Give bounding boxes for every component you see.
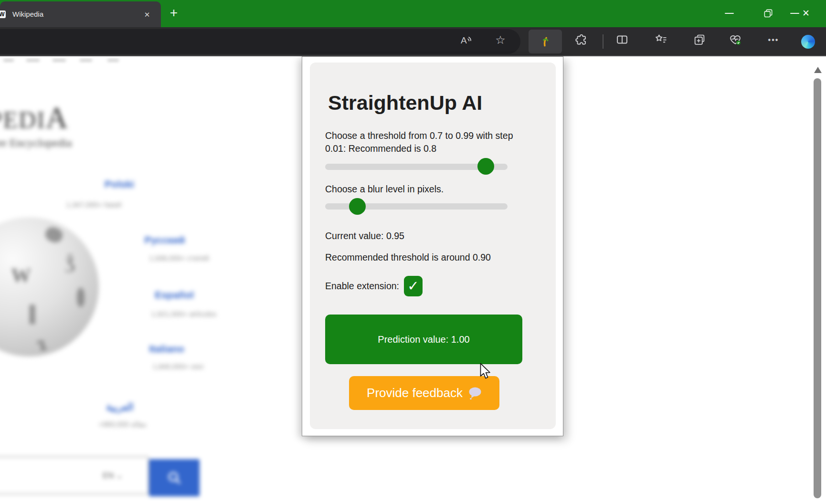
wikipedia-tagline: The Free Encyclopedia — [0, 136, 72, 149]
browser-toolbar: A ☆ ••• — [0, 27, 826, 56]
lang-link-russian[interactable]: Русский — [124, 234, 205, 246]
page-content: WIKIPEDIA The Free Encyclopedia W Ǯ ∥ ጌ … — [0, 56, 826, 504]
tab-close-icon[interactable]: ✕ — [141, 9, 153, 21]
collections-icon[interactable] — [693, 33, 707, 47]
chevron-down-icon: ⌄ — [116, 471, 123, 480]
blur-slider-thumb[interactable] — [349, 198, 366, 215]
blurred-text-fragment — [53, 59, 66, 62]
search-icon — [166, 470, 182, 486]
new-tab-button[interactable]: + — [167, 5, 181, 21]
split-screen-icon[interactable] — [615, 33, 630, 47]
blur-level-label: Choose a blur level in pixels. — [325, 183, 444, 196]
lang-count-italiano: 1,840,000+ voci — [130, 362, 226, 370]
straightenup-popup: StraightenUp AI Choose a threshold from … — [302, 56, 563, 436]
scrollbar-thumb[interactable] — [814, 78, 821, 498]
provide-feedback-button[interactable]: Provide feedback — [349, 376, 499, 410]
tab-title: Wikipedia — [12, 10, 43, 18]
favorites-icon[interactable] — [655, 33, 669, 47]
search-input[interactable] — [0, 456, 149, 494]
wikipedia-background: WIKIPEDIA The Free Encyclopedia W Ǯ ∥ ጌ … — [0, 56, 267, 504]
settings-menu-icon[interactable]: ••• — [766, 33, 781, 47]
current-value-text: Current value: 0.95 — [325, 230, 404, 242]
lang-link-arabic[interactable]: العربية — [79, 401, 160, 413]
window-minimize-button[interactable] — [725, 13, 734, 14]
lang-link-polski[interactable]: Polski — [79, 178, 160, 190]
threshold-slider-thumb[interactable] — [477, 158, 494, 175]
toolbar-divider — [603, 34, 604, 49]
search-language-selector[interactable]: EN ⌄ — [103, 471, 123, 481]
wikipedia-favicon-icon: W — [0, 10, 6, 18]
lang-link-italiano[interactable]: Italiano — [126, 343, 207, 355]
scrollbar-up-arrow[interactable] — [814, 67, 822, 73]
browser-essentials-icon[interactable] — [729, 33, 743, 47]
enable-extension-label: Enable extension: — [325, 280, 399, 293]
lang-link-espanol[interactable]: Español — [134, 289, 215, 301]
enable-extension-checkbox[interactable]: ✓ — [404, 276, 423, 296]
prediction-value-button[interactable]: Prediction value: 1.00 — [325, 315, 522, 364]
wikipedia-wordmark: WIKIPEDIA — [0, 100, 69, 136]
blurred-text-fragment — [3, 59, 14, 62]
lang-count-arabic: +960,000 مقالة — [75, 420, 170, 429]
checkmark-icon: ✓ — [407, 278, 419, 294]
copilot-icon[interactable] — [801, 35, 815, 49]
window-close-button[interactable]: ✕ — [802, 8, 810, 19]
extensions-puzzle-icon[interactable] — [575, 33, 589, 47]
tab-wikipedia[interactable]: W Wikipedia ✕ — [0, 1, 161, 27]
address-bar[interactable] — [0, 29, 520, 54]
blurred-text-fragment — [80, 59, 92, 62]
straightenup-extension-icon — [539, 35, 551, 48]
lang-count-russian: 1,936,000+ статей — [131, 254, 227, 262]
mouse-cursor — [480, 363, 491, 380]
recommended-threshold-text: Recommended threshold is around 0.90 — [325, 251, 491, 264]
browser-window: W Wikipedia ✕ + ✕ A ☆ — [0, 0, 826, 504]
lang-count-espanol: 1,921,000+ artículos — [136, 310, 232, 318]
lang-count-polski: 1,347,000+ haseł — [46, 200, 141, 209]
blurred-text-fragment — [26, 59, 40, 62]
title-bar: W Wikipedia ✕ + ✕ — [0, 0, 826, 27]
window-minimize-button-secondary[interactable] — [790, 13, 799, 14]
window-restore-button[interactable] — [764, 9, 773, 18]
svg-text:A: A — [461, 35, 467, 45]
popup-panel — [310, 63, 556, 429]
blurred-text-fragment — [107, 59, 119, 62]
straightenup-extension-button[interactable] — [529, 30, 562, 53]
threshold-label: Choose a threshold from 0.7 to 0.99 with… — [325, 129, 528, 155]
wikipedia-globe-logo: W Ǯ ∥ ጌ — [0, 217, 99, 357]
popup-title: StraightenUp AI — [328, 91, 482, 115]
speech-bubble-icon — [467, 387, 482, 400]
read-aloud-icon[interactable]: A — [459, 33, 474, 47]
search-button[interactable] — [149, 459, 200, 496]
add-favorite-star-icon[interactable]: ☆ — [493, 33, 508, 47]
wikipedia-search-bar: EN ⌄ — [0, 453, 220, 504]
